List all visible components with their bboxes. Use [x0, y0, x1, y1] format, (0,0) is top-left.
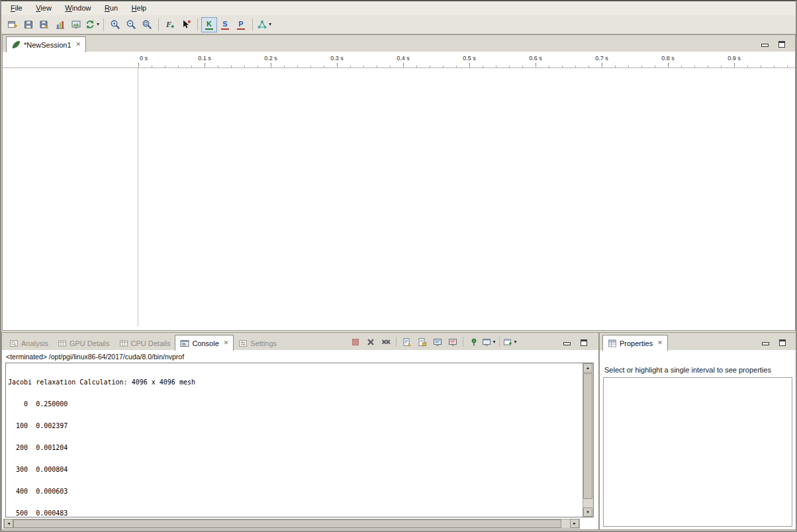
maximize-icon	[778, 41, 785, 48]
ruler-tick-label: 0 s	[140, 55, 148, 62]
tab-gpu-details[interactable]: GPU Details	[53, 336, 115, 350]
show-console-stderr-button[interactable]	[445, 335, 460, 349]
minimize-button[interactable]	[561, 337, 572, 346]
close-icon[interactable]: ✕	[76, 42, 81, 48]
scroll-lock-icon	[418, 337, 427, 347]
settings-tab-icon	[238, 339, 248, 348]
console-line: 100 0.002397	[8, 422, 583, 429]
reprofile-button[interactable]: ▾	[84, 17, 100, 32]
maximize-button[interactable]	[777, 337, 788, 346]
tab-settings-label: Settings	[250, 339, 277, 347]
scroll-right-button[interactable]: ►	[570, 519, 579, 528]
timeline-tabstrip: *NewSession1 ✕	[3, 35, 795, 52]
maximize-button[interactable]	[579, 337, 589, 346]
scroll-lock-button[interactable]	[414, 335, 430, 349]
ruler-tick-label: 0.6 s	[529, 55, 542, 62]
run-analysis-button[interactable]: ▾	[256, 17, 272, 32]
zoom-in-button[interactable]	[107, 17, 123, 32]
selection-tool-button[interactable]	[178, 17, 194, 32]
ruler-tick-label: 0.3 s	[330, 55, 344, 62]
minimize-button[interactable]	[759, 38, 770, 48]
tab-gpu-details-label: GPU Details	[70, 339, 110, 347]
tab-console-label: Console	[192, 339, 218, 347]
refresh-icon	[85, 19, 95, 30]
new-session-button[interactable]	[5, 17, 21, 32]
remove-launch-button[interactable]	[363, 335, 378, 349]
horizontal-scrollbar[interactable]: ◄ ►	[3, 519, 580, 529]
open-console-icon	[503, 337, 512, 347]
tab-analysis[interactable]: Analysis	[5, 336, 53, 350]
stderr-monitor-icon	[448, 337, 457, 347]
tab-cpu-details[interactable]: CPU Details	[115, 336, 175, 350]
stream-toggle-button[interactable]: S	[217, 17, 233, 32]
terminate-button[interactable]	[348, 335, 363, 349]
console-line: 200 0.001204	[8, 444, 583, 451]
minimize-icon	[761, 44, 769, 47]
menu-window[interactable]: Window	[60, 1, 96, 14]
scroll-down-button[interactable]: ▼	[583, 508, 592, 517]
console-view: Analysis GPU Details CPU Details	[1, 332, 599, 530]
close-icon[interactable]: ✕	[224, 340, 229, 346]
tab-console[interactable]: Console ✕	[175, 335, 234, 351]
tab-settings[interactable]: Settings	[234, 336, 281, 350]
timeline-content: 0 s 0.1 s 0.2 s 0.3 s 0.4 s 0.5 s 0.6 s …	[3, 52, 795, 330]
menu-help[interactable]: Help	[126, 1, 152, 14]
show-console-stdout-button[interactable]	[430, 335, 445, 349]
tab-analysis-label: Analysis	[21, 339, 48, 347]
console-body: <terminated> /opt/pgi/linux86-64/2017/cu…	[2, 350, 598, 529]
pin-console-button[interactable]	[466, 335, 481, 349]
tab-properties[interactable]: Properties ✕	[602, 335, 668, 351]
goto-marker-button[interactable]: F	[162, 17, 178, 32]
horizontal-scroll-thumb[interactable]	[13, 519, 561, 528]
scroll-left-button[interactable]: ◄	[4, 519, 13, 528]
properties-window-buttons	[760, 337, 788, 346]
minimize-button[interactable]	[760, 337, 771, 346]
analysis-tab-icon	[9, 339, 19, 348]
toolbar-separator	[158, 19, 159, 31]
menu-file[interactable]: File	[5, 1, 28, 14]
terminate-icon	[351, 337, 360, 347]
vertical-scrollbar[interactable]: ▲ ▼	[583, 363, 593, 517]
zoom-out-button[interactable]	[123, 17, 139, 32]
menu-view[interactable]: View	[30, 1, 57, 14]
menu-run[interactable]: Run	[99, 1, 123, 14]
report-chart-button[interactable]	[52, 17, 68, 32]
open-console-button[interactable]: ▾	[502, 335, 518, 349]
maximize-button[interactable]	[776, 38, 787, 48]
remove-all-terminated-button[interactable]	[378, 335, 393, 349]
toolbar-separator	[396, 337, 397, 347]
display-selected-console-button[interactable]: ▾	[481, 335, 496, 349]
session-tab[interactable]: *NewSession1 ✕	[6, 36, 86, 52]
save-as-icon	[39, 19, 50, 30]
ruler-tick-label: 0.4 s	[397, 55, 410, 62]
scroll-up-button[interactable]: ▲	[583, 363, 592, 373]
console-tab-icon	[180, 339, 189, 348]
save-session-button[interactable]	[21, 17, 36, 32]
export-image-button[interactable]	[68, 17, 84, 32]
zoom-out-icon	[126, 19, 136, 30]
zoom-fit-icon	[142, 19, 152, 30]
new-session-icon	[7, 19, 18, 30]
save-icon	[23, 19, 34, 30]
timeline-canvas	[138, 68, 795, 330]
kernel-toggle-button[interactable]: K	[201, 17, 217, 32]
process-toggle-button[interactable]: P	[233, 17, 249, 32]
svg-text:F: F	[165, 20, 171, 29]
session-tab-label: *NewSession1	[24, 41, 71, 49]
remove-all-icon	[381, 337, 391, 347]
pin-icon	[469, 337, 479, 347]
save-session-as-button[interactable]	[36, 17, 52, 32]
close-icon[interactable]: ✕	[657, 340, 663, 346]
clear-console-button[interactable]	[399, 335, 414, 349]
pointer-icon	[181, 19, 191, 30]
toolbar-separator	[103, 19, 104, 31]
zoom-fit-button[interactable]	[139, 17, 155, 32]
properties-view: Properties ✕ Select or highlight a singl…	[599, 332, 796, 530]
ruler-tick-label: 0.5 s	[463, 55, 476, 62]
vertical-scroll-thumb[interactable]	[583, 373, 592, 499]
timeline-view: *NewSession1 ✕ 0 s 0.1 s 0.2 s 0.3 s 0.4…	[2, 34, 796, 331]
console-output[interactable]: Jacobi relaxation Calculation: 4096 x 40…	[8, 364, 583, 516]
display-console-icon	[482, 337, 491, 347]
console-window-buttons	[561, 337, 589, 346]
analysis-icon	[257, 19, 267, 30]
